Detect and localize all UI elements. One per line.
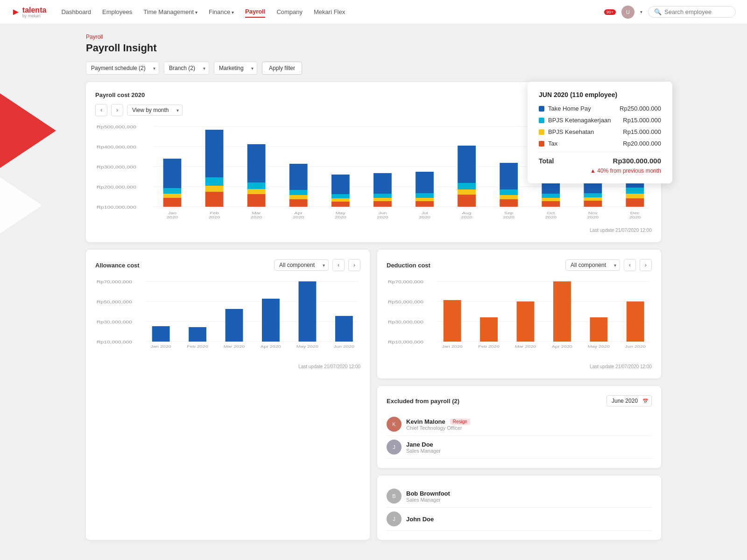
emp-role-bob: Sales Manager [406,497,450,503]
emp-name-john: John Doe [406,516,434,523]
tooltip-label-thp: Take Home Pay [539,105,591,112]
bar-sep-thp [500,163,518,189]
bar-dec-tax [626,198,644,207]
bar-sep-bpjsk [500,189,518,195]
allowance-prev-button[interactable]: ‹ [332,259,345,271]
nav-finance[interactable]: Finance [209,7,234,17]
bar-may-thp [331,175,350,194]
tooltip-val-bpjsk: Rp15.000.000 [623,117,661,124]
allowance-next-button[interactable]: › [348,259,360,271]
tooltip-change: ▲ 40% from previous month [539,168,661,174]
deduction-component-select[interactable]: All component [565,259,620,271]
breadcrumb[interactable]: Payroll [86,34,661,40]
right-column: Deduction cost All component ‹ › Rp70,00… [377,250,661,540]
bar-jul-bpjsk [416,193,434,198]
svg-text:Jun 2020: Jun 2020 [625,344,646,348]
svg-text:2020: 2020 [377,215,388,219]
svg-text:2020: 2020 [167,215,178,219]
svg-text:2020: 2020 [503,215,514,219]
allowance-header-right: All component ‹ › [274,259,360,271]
svg-text:Jul: Jul [421,211,428,215]
svg-text:2020: 2020 [335,215,346,219]
bar-oct-bpjsk [542,194,560,198]
chart-prev-button[interactable]: ‹ [95,104,107,116]
bar-nov-bpjsk [584,193,602,197]
deduction-cost-card: Deduction cost All component ‹ › Rp70,00… [377,250,661,378]
tooltip-item-label-thp: Take Home Pay [548,105,591,112]
nav-dashboard[interactable]: Dashboard [61,7,91,17]
bar-feb-bpjsk [205,177,224,186]
svg-text:May: May [336,211,345,215]
bar-nov-tax [584,201,602,207]
employee-name-kevin: Kevin Malone [406,418,445,425]
chart-next-button[interactable]: › [111,104,123,116]
nav-payroll[interactable]: Payroll [245,6,265,18]
emp-name-bob: Bob Brownfoot [406,490,450,497]
tooltip-label-bpjsk: BPJS Ketenagakerjaan [539,117,611,124]
deduction-next-button[interactable]: › [640,259,652,271]
svg-text:2020: 2020 [419,215,430,219]
bar-dec-bpjss [626,194,644,198]
list-item: B Bob Brownfoot Sales Manager [387,485,652,508]
allowance-title: Allowance cost [95,262,140,269]
bar-apr-tax [289,199,308,207]
department-select[interactable]: Marketing [214,62,257,75]
nav-company[interactable]: Company [276,7,303,17]
payment-schedule-select[interactable]: Payment schedule (2) [86,62,159,75]
bar-apr-thp [289,164,308,190]
deduction-prev-button[interactable]: ‹ [624,259,636,271]
search-input[interactable] [664,8,730,15]
tooltip-val-thp: Rp250.000.000 [620,105,661,112]
avatar-chevron[interactable]: ▾ [640,9,642,14]
svg-text:2020: 2020 [545,215,557,219]
tooltip-label-tax: Tax [539,140,557,147]
svg-text:Mar 2020: Mar 2020 [515,344,536,348]
svg-text:May 2020: May 2020 [588,344,610,348]
svg-text:2020: 2020 [629,215,641,219]
allowance-component-select[interactable]: All component [274,259,329,271]
deduction-title: Deduction cost [387,262,430,269]
nav-time-management[interactable]: Time Management [143,7,197,17]
svg-text:2020: 2020 [587,215,599,219]
payment-schedule-wrap: Payment schedule (2) [86,62,159,75]
employees-list-card: B Bob Brownfoot Sales Manager J John Doe [377,476,661,540]
view-by-select[interactable]: View by month [127,105,183,116]
nav-employees[interactable]: Employees [102,7,132,17]
deduction-bar-jan [444,300,461,342]
bar-jun-bpjsk [374,194,392,198]
bar-aug-tax [458,195,476,207]
tooltip-label-bpjss: BPJS Kesehatan [539,128,594,135]
bar-apr-bpjss [289,195,308,199]
tooltip-dot-bpjss [539,129,544,135]
allowance-bar-mar [226,309,243,342]
tooltip-item-label-tax: Tax [548,140,557,147]
deduction-component-wrap: All component [565,259,620,271]
logo-text: talenta [22,6,47,14]
svg-text:Feb 2020: Feb 2020 [478,344,500,348]
nav-mekari-flex[interactable]: Mekari Flex [314,7,345,17]
bar-may-bpjss [331,198,350,202]
tooltip-total-label: Total [539,157,554,165]
employee-badge-kevin: Resign [450,419,470,425]
excluded-date-wrap: June 2020 [606,395,652,406]
bar-aug-bpjss [458,189,476,195]
nav-links: Dashboard Employees Time Management Fina… [61,6,604,18]
bar-oct-bpjss [542,198,560,201]
svg-text:Apr: Apr [295,211,303,215]
tooltip-row-tax: Tax Rp20.000.000 [539,140,661,147]
deduction-last-update: Last update 21/07/2020 12:00 [387,364,652,369]
branch-select[interactable]: Branch (2) [164,62,209,75]
notification-badge[interactable]: 99+ [604,9,616,15]
bottom-cards: Allowance cost All component ‹ › Rp70,00… [86,250,661,540]
apply-filter-button[interactable]: Apply filter [262,62,302,75]
svg-text:Jan 2020: Jan 2020 [442,344,462,348]
bar-aug-thp [458,146,476,183]
avatar[interactable]: U [621,6,634,19]
svg-text:Mar: Mar [252,211,261,215]
employee-avatar-jane: J [387,440,402,455]
tooltip-item-label-bpjsk: BPJS Ketenagakerjaan [548,117,611,124]
svg-text:Apr 2020: Apr 2020 [261,344,281,348]
bar-oct-tax [542,201,560,207]
excluded-month-select[interactable]: June 2020 [606,395,652,406]
list-item: J John Doe [387,508,652,531]
